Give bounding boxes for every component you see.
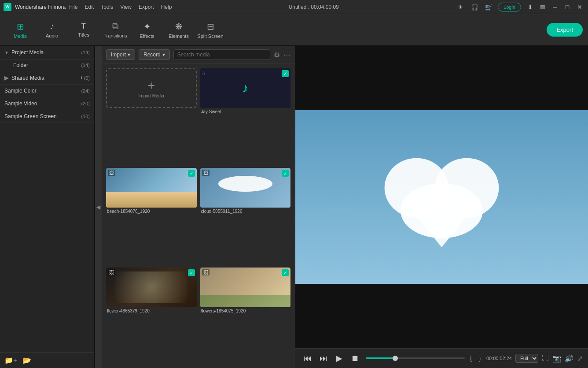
media-label: Media — [14, 33, 27, 39]
folder-label: Folder — [13, 62, 81, 68]
titlebar-right: ☀ 🎧 🛒 Login ⬇ ✉ ─ □ ✕ — [456, 2, 584, 12]
music-note-icon: ♪ — [242, 81, 249, 96]
media-grid: + Import Media ♪ ♫ ✓ Jay Sweet 🖼 ✓ — [102, 64, 295, 368]
export-button[interactable]: Export — [547, 23, 583, 37]
preview-video — [295, 46, 588, 348]
sample-green-screen-count: (10) — [81, 114, 90, 119]
menu-export[interactable]: Export — [139, 4, 154, 10]
menu-help[interactable]: Help — [161, 4, 172, 10]
media-icon: ⊞ — [17, 21, 24, 32]
progress-thumb[interactable] — [393, 356, 398, 361]
more-options-button[interactable]: ⤢ — [577, 354, 583, 363]
expand-arrow-icon: ▼ — [4, 50, 9, 55]
minimize-button[interactable]: ─ — [550, 2, 560, 12]
shared-media-item[interactable]: ▶ Shared Media ℹ (0) — [0, 71, 94, 85]
import-media-label: Import Media — [139, 93, 164, 98]
step-back-button[interactable]: ⏭ — [316, 351, 331, 365]
flower-media-item[interactable]: 🖼 ✓ flower-4865379_1920 — [106, 268, 197, 364]
toolbar-elements[interactable]: ❋ Elements — [164, 17, 194, 43]
audio-icon: ♪ — [50, 21, 54, 31]
maximize-button[interactable]: □ — [562, 2, 572, 12]
headphone-icon[interactable]: 🎧 — [470, 2, 479, 12]
jay-sweet-item[interactable]: ♪ ♫ ✓ Jay Sweet — [200, 68, 291, 164]
flowers-label: flowers-1854075_1920 — [200, 309, 291, 313]
beach-media-item[interactable]: 🖼 ✓ beach-1854076_1920 — [106, 168, 197, 264]
flowers-type-icon: 🖼 — [202, 269, 209, 275]
folder-item[interactable]: Folder (14) — [0, 59, 94, 71]
titles-label: Titles — [78, 32, 89, 37]
image-type-icon: 🖼 — [108, 170, 115, 176]
flower-check-icon: ✓ — [188, 269, 195, 276]
quality-select[interactable]: Full — [515, 354, 538, 363]
import-media-item[interactable]: + Import Media — [106, 68, 197, 164]
folder-icon[interactable]: 📂 — [22, 356, 31, 364]
menu-view[interactable]: View — [120, 4, 132, 10]
out-point-button[interactable]: } — [477, 355, 483, 362]
login-button[interactable]: Login — [498, 3, 521, 11]
screenshot-button[interactable]: 📷 — [552, 354, 561, 363]
flowers-media-item[interactable]: 🖼 ✓ flowers-1854075_1920 — [200, 268, 291, 364]
main-toolbar: ⊞ Media ♪ Audio T Titles ⧉ Transitions ✦… — [0, 14, 588, 46]
play-button[interactable]: ▶ — [332, 351, 346, 365]
beach-label: beach-1854076_1920 — [106, 209, 197, 214]
stop-button[interactable]: ⏹ — [348, 351, 362, 365]
download-icon[interactable]: ⬇ — [526, 2, 535, 12]
volume-button[interactable]: 🔊 — [565, 354, 573, 363]
app-logo: W — [4, 3, 11, 11]
close-button[interactable]: ✕ — [575, 2, 584, 12]
project-media-section[interactable]: ▼ Project Media (14) — [0, 46, 94, 59]
record-dropdown-icon: ▾ — [162, 52, 165, 58]
filter-button[interactable]: ⚙ — [274, 51, 280, 59]
transitions-icon: ⧉ — [112, 21, 118, 31]
menu-bar: File Edit Tools View Export Help — [69, 4, 172, 10]
media-panel: Import ▾ Record ▾ ⚙ ⋯ + Import Media — [102, 46, 295, 368]
sample-color-item[interactable]: Sample Color (24) — [0, 85, 94, 97]
progress-fill — [366, 357, 395, 359]
toolbar-titles[interactable]: T Titles — [69, 17, 99, 43]
project-media-count: (14) — [81, 50, 90, 55]
cloud-media-item[interactable]: 🖼 ✓ cloud-5055011_1920 — [200, 168, 291, 264]
transitions-label: Transitions — [103, 33, 127, 38]
current-time: 00:00:02:24 — [486, 356, 512, 361]
fullscreen-button[interactable]: ⛶ — [542, 354, 549, 362]
media-toolbar: Import ▾ Record ▾ ⚙ ⋯ — [102, 46, 295, 64]
titles-icon: T — [81, 22, 86, 30]
toolbar-transitions[interactable]: ⧉ Transitions — [100, 17, 130, 43]
preview-panel: ⏮ ⏭ ▶ ⏹ { } 00:00:02:24 Full ⛶ 📷 🔊 ⤢ — [295, 46, 588, 368]
in-point-button[interactable]: { — [468, 355, 474, 362]
import-dropdown-icon: ▾ — [128, 52, 130, 58]
toolbar-media[interactable]: ⊞ Media — [5, 17, 35, 43]
collapse-panel-button[interactable]: ◀ — [95, 46, 102, 368]
mail-icon[interactable]: ✉ — [538, 2, 548, 12]
info-icon: ℹ — [81, 75, 82, 81]
checked-icon: ✓ — [282, 70, 289, 77]
plus-icon: + — [148, 78, 155, 93]
splitscreen-label: Split Screen — [197, 33, 223, 39]
beach-check-icon: ✓ — [188, 170, 195, 177]
elements-label: Elements — [169, 33, 189, 39]
menu-tools[interactable]: Tools — [101, 4, 113, 10]
record-button[interactable]: Record ▾ — [139, 49, 170, 60]
toolbar-audio[interactable]: ♪ Audio — [37, 17, 67, 43]
go-start-button[interactable]: ⏮ — [301, 351, 315, 365]
import-button[interactable]: Import ▾ — [106, 49, 135, 60]
menu-file[interactable]: File — [69, 4, 77, 10]
app-name: Wondershare Filmora — [15, 4, 66, 10]
cloud-type-icon: 🖼 — [202, 170, 209, 176]
toolbar-effects[interactable]: ✦ Effects — [132, 17, 162, 43]
effects-icon: ✦ — [143, 21, 151, 32]
grid-view-button[interactable]: ⋯ — [283, 51, 290, 59]
sample-video-item[interactable]: Sample Video (20) — [0, 97, 94, 110]
expand-icon: ▶ — [4, 74, 9, 81]
cart-icon[interactable]: 🛒 — [484, 2, 493, 12]
menu-edit[interactable]: Edit — [85, 4, 94, 10]
add-folder-icon[interactable]: 📁+ — [4, 356, 17, 364]
shared-media-count: (0) — [84, 75, 90, 81]
sample-green-screen-item[interactable]: Sample Green Screen (10) — [0, 110, 94, 123]
jay-sweet-label: Jay Sweet — [200, 109, 291, 114]
folder-count: (14) — [81, 63, 90, 68]
toolbar-splitscreen[interactable]: ⊟ Split Screen — [195, 17, 225, 43]
sun-icon[interactable]: ☀ — [456, 2, 465, 12]
search-input[interactable] — [173, 49, 270, 60]
progress-bar[interactable] — [366, 357, 465, 359]
